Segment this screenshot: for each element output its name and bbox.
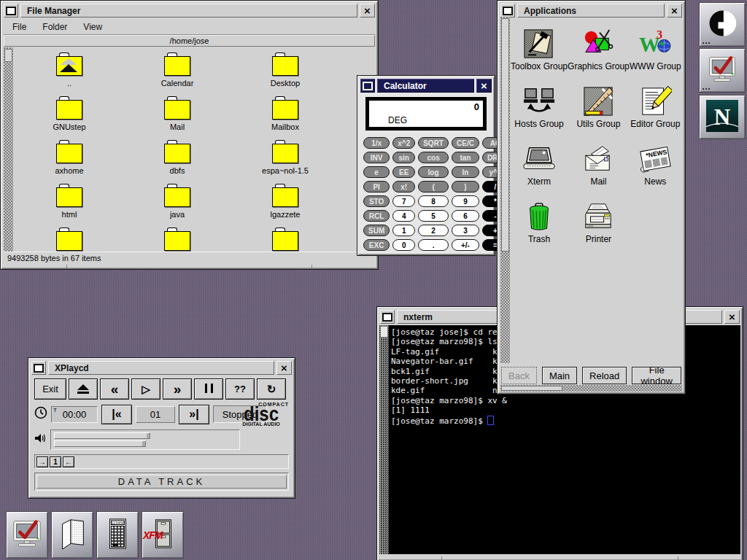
folder-item[interactable]: axhome <box>15 135 123 179</box>
window-menu-button[interactable] <box>360 79 375 93</box>
terminal-scrollbar[interactable] <box>379 325 389 554</box>
rewind-button[interactable]: « <box>100 378 129 400</box>
folder-item[interactable]: GNUstep <box>15 91 123 135</box>
wharf-item-control-panel[interactable] <box>699 48 746 93</box>
main-button[interactable]: Main <box>542 367 577 384</box>
calc-button-exc[interactable]: EXC <box>363 239 390 251</box>
calc-button-sto[interactable]: STO <box>363 195 390 207</box>
calc-button-sin[interactable]: sin <box>392 152 415 163</box>
track-next-mini-button[interactable]: → <box>36 456 48 467</box>
folder-item-partial[interactable] <box>231 222 339 252</box>
folder-item[interactable]: espa~nol-1.5 <box>231 135 339 179</box>
calc-button-tan[interactable]: tan <box>452 152 479 163</box>
close-icon[interactable]: × <box>476 79 492 93</box>
calc-button-factorial[interactable]: x! <box>392 181 415 192</box>
track-prev-mini-button[interactable]: ← <box>63 456 74 467</box>
calc-button-decimal[interactable]: . <box>418 239 449 251</box>
calc-button-5[interactable]: 5 <box>418 210 449 222</box>
folder-item[interactable]: html <box>15 179 123 222</box>
calc-button-plusminus[interactable]: +/- <box>452 239 479 251</box>
folder-item[interactable]: dbfs <box>123 135 231 179</box>
calc-button-log[interactable]: log <box>418 166 449 178</box>
reload-button[interactable]: Reload <box>582 367 627 384</box>
app-item-utils-group[interactable]: Utils Group <box>568 74 630 132</box>
dock-item-control-panel[interactable] <box>6 511 48 559</box>
exit-button[interactable]: Exit <box>34 378 66 400</box>
next-track-button[interactable]: »| <box>179 405 209 424</box>
calc-button-7[interactable]: 7 <box>392 195 415 207</box>
close-icon[interactable]: × <box>724 310 740 324</box>
scrollbar-thumb[interactable] <box>501 386 562 391</box>
calc-button-close-paren[interactable]: ) <box>452 181 479 192</box>
wharf-item-pager[interactable] <box>699 2 746 47</box>
forward-button[interactable]: » <box>163 378 192 400</box>
applications-titlebar[interactable]: Applications × <box>500 4 682 18</box>
loop-button[interactable]: ↻ <box>257 378 286 400</box>
calc-button-1[interactable]: 1 <box>392 225 415 236</box>
app-item-xterm[interactable]: Xterm <box>511 132 568 190</box>
calc-button-cos[interactable]: cos <box>418 152 449 163</box>
window-menu-button[interactable] <box>380 310 395 324</box>
wharf-item-netscape[interactable]: N <box>699 95 746 139</box>
close-icon[interactable]: × <box>360 4 375 18</box>
folder-item[interactable]: lgazzete <box>231 179 339 222</box>
volume-bar-right[interactable] <box>54 440 146 447</box>
menu-file[interactable]: File <box>12 22 26 32</box>
folder-item[interactable]: Mailbox <box>231 91 339 135</box>
calc-button-square[interactable]: x^2 <box>392 137 415 149</box>
menu-folder[interactable]: Folder <box>42 22 67 32</box>
folder-item[interactable]: Desktop <box>231 47 339 91</box>
calc-button-6[interactable]: 6 <box>452 210 479 222</box>
vertical-scrollbar[interactable] <box>500 17 510 363</box>
calc-button-1x[interactable]: 1/x <box>363 137 390 149</box>
app-item-news[interactable]: *NEWS News <box>630 132 681 190</box>
eject-button[interactable] <box>69 378 98 400</box>
volume-bar-left[interactable] <box>54 432 150 439</box>
folder-item[interactable]: Mail <box>123 91 231 135</box>
prev-track-button[interactable]: |« <box>101 405 132 424</box>
app-item-graphics-group[interactable]: Graphics Group <box>568 17 630 74</box>
calculator-titlebar[interactable]: Calculator × <box>360 79 492 93</box>
dock-item-box[interactable] <box>51 511 93 559</box>
calc-button-8[interactable]: 8 <box>418 195 449 207</box>
app-item-editor-group[interactable]: Editor Group <box>630 74 681 132</box>
calc-button-0[interactable]: 0 <box>392 239 415 251</box>
shuffle-button[interactable]: ?? <box>225 378 255 400</box>
scrollbar-thumb[interactable] <box>501 18 509 252</box>
back-button[interactable]: Back <box>501 367 537 384</box>
pause-button[interactable] <box>194 378 223 400</box>
scrollbar-thumb[interactable] <box>4 49 12 62</box>
file-window-button[interactable]: File window <box>632 367 681 384</box>
calc-button-open-paren[interactable]: ( <box>418 181 449 192</box>
xplaycd-titlebar[interactable]: XPlaycd × <box>31 361 292 375</box>
app-item-printer[interactable]: Printer <box>568 190 630 247</box>
volume-slider[interactable] <box>50 429 240 450</box>
close-icon[interactable]: × <box>276 361 292 375</box>
folder-item[interactable]: Calendar <box>123 47 231 91</box>
calc-button-2[interactable]: 2 <box>418 225 449 236</box>
vertical-scrollbar[interactable] <box>4 47 13 252</box>
app-item-toolbox-group[interactable]: Toolbox Group <box>511 17 568 74</box>
file-manager-titlebar[interactable]: File Manager × <box>4 4 375 18</box>
calc-button-sqrt[interactable]: SQRT <box>418 137 449 149</box>
calc-button-9[interactable]: 9 <box>452 195 479 207</box>
calc-button-rcl[interactable]: RCL <box>363 210 390 222</box>
window-menu-button[interactable] <box>500 4 515 18</box>
window-menu-button[interactable] <box>31 361 46 375</box>
calc-button-pi[interactable]: PI <box>363 181 390 192</box>
folder-item-partial[interactable] <box>123 222 231 252</box>
calc-button-e[interactable]: e <box>363 166 390 178</box>
window-menu-button[interactable] <box>4 4 18 18</box>
folder-item-partial[interactable] <box>15 222 123 252</box>
close-icon[interactable]: × <box>667 4 682 18</box>
calc-button-ln[interactable]: ln <box>452 166 479 178</box>
folder-item-up[interactable]: .. <box>15 47 123 91</box>
horizontal-scrollbar[interactable] <box>500 385 682 392</box>
dock-item-xfm[interactable]: XFM <box>142 511 184 559</box>
calc-button-inv[interactable]: INV <box>363 152 390 163</box>
app-item-trash[interactable]: Trash <box>511 190 568 247</box>
calc-button-cec[interactable]: CE/C <box>452 137 479 149</box>
calc-button-sum[interactable]: SUM <box>363 225 390 236</box>
folder-item[interactable]: java <box>123 179 231 222</box>
app-item-hosts-group[interactable]: Hosts Group <box>511 74 568 132</box>
